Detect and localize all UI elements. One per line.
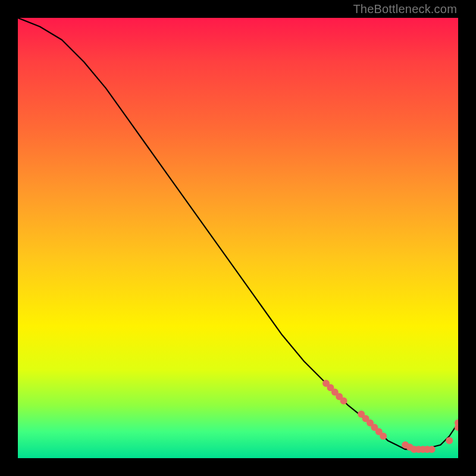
- chart-frame: TheBottleneck.com: [0, 0, 476, 476]
- scatter-dot: [428, 446, 436, 453]
- scatter-dot: [340, 397, 347, 405]
- plot-svg: [18, 18, 458, 458]
- watermark-text: TheBottleneck.com: [353, 2, 457, 16]
- curve-line: [18, 18, 458, 449]
- scatter-dot: [455, 419, 458, 427]
- plot-area: [18, 18, 458, 458]
- scatter-dot: [380, 433, 387, 440]
- scatter-dot: [446, 437, 453, 444]
